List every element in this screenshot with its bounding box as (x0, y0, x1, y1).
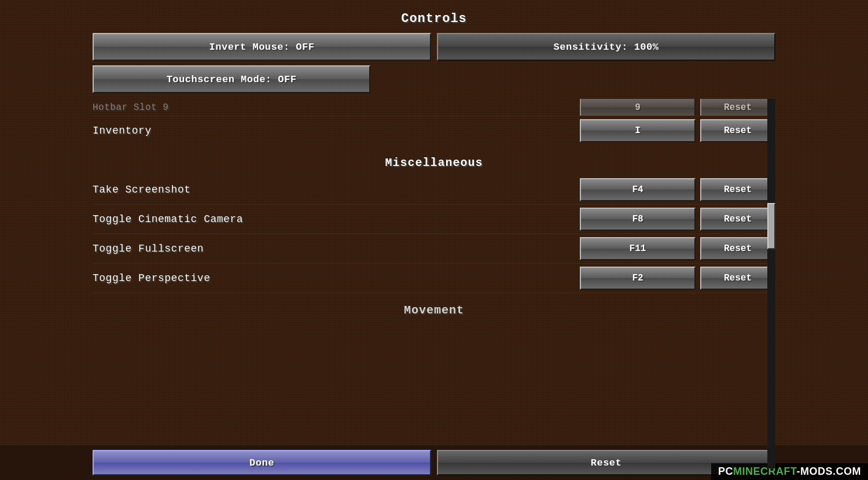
sensitivity-button[interactable]: Sensitivity: 100% (437, 33, 775, 61)
controls-title: Controls (401, 12, 467, 26)
movement-title: Movement (93, 304, 775, 317)
hotbar-slot-reset[interactable]: Reset (700, 99, 775, 116)
inventory-row: Inventory I Reset (93, 116, 775, 148)
top-controls-row: Invert Mouse: OFF Sensitivity: 100% (93, 33, 775, 61)
toggle-cinematic-label: Toggle Cinematic Camera (93, 213, 580, 225)
scrollbar-thumb[interactable] (767, 203, 775, 249)
miscellaneous-title: Miscellaneous (93, 156, 775, 169)
toggle-perspective-row: Toggle Perspective F2 Reset (93, 264, 775, 293)
toggle-perspective-reset[interactable]: Reset (700, 267, 775, 290)
hotbar-slot-label: Hotbar Slot 9 (93, 102, 580, 113)
hotbar-slot-key[interactable]: 9 (580, 99, 696, 116)
take-screenshot-label: Take Screenshot (93, 184, 580, 195)
miscellaneous-list: Take Screenshot F4 Reset Toggle Cinemati… (93, 175, 775, 293)
take-screenshot-reset[interactable]: Reset (700, 178, 775, 201)
toggle-cinematic-row: Toggle Cinematic Camera F8 Reset (93, 205, 775, 234)
invert-mouse-button[interactable]: Invert Mouse: OFF (93, 33, 431, 61)
toggle-fullscreen-row: Toggle Fullscreen F11 Reset (93, 234, 775, 264)
toggle-perspective-key[interactable]: F2 (580, 267, 696, 290)
toggle-fullscreen-reset[interactable]: Reset (700, 237, 775, 260)
scrollbar[interactable] (767, 99, 775, 468)
toggle-fullscreen-key[interactable]: F11 (580, 237, 696, 260)
touchscreen-row: Touchscreen Mode: OFF (93, 65, 775, 93)
main-container: Controls Invert Mouse: OFF Sensitivity: … (0, 0, 868, 480)
inventory-label: Inventory (93, 125, 580, 136)
take-screenshot-row: Take Screenshot F4 Reset (93, 175, 775, 205)
inventory-key[interactable]: I (580, 119, 696, 142)
toggle-fullscreen-label: Toggle Fullscreen (93, 243, 580, 254)
touchscreen-mode-button[interactable]: Touchscreen Mode: OFF (93, 65, 370, 93)
toggle-perspective-label: Toggle Perspective (93, 272, 580, 284)
toggle-cinematic-reset[interactable]: Reset (700, 208, 775, 231)
hotbar-slot-row: Hotbar Slot 9 9 Reset (93, 99, 775, 116)
inventory-reset[interactable]: Reset (700, 119, 775, 142)
take-screenshot-key[interactable]: F4 (580, 178, 696, 201)
toggle-cinematic-key[interactable]: F8 (580, 208, 696, 231)
scroll-area[interactable]: Hotbar Slot 9 9 Reset Inventory I Reset … (93, 99, 775, 468)
